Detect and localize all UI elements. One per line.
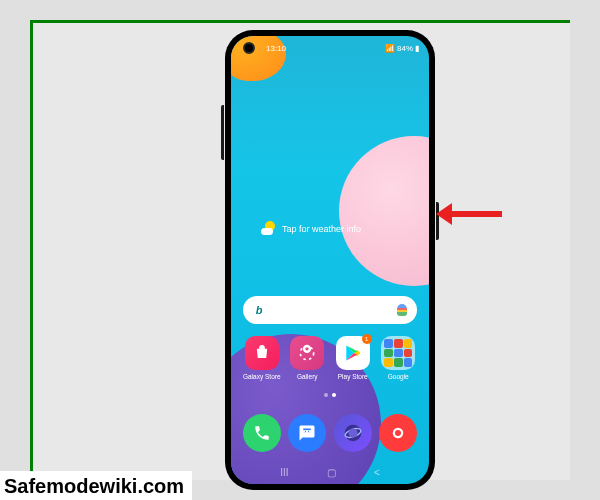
- dock-phone[interactable]: [243, 414, 281, 452]
- card-border-top: [30, 20, 570, 23]
- svg-point-8: [395, 430, 401, 436]
- gallery-icon: [290, 336, 324, 370]
- wallpaper-blob-pink: [339, 136, 429, 286]
- status-bar: 13:10 📶 84% ▮: [231, 40, 429, 56]
- svg-point-1: [303, 430, 305, 432]
- nav-back[interactable]: <: [374, 467, 380, 478]
- svg-point-6: [348, 428, 357, 437]
- play-store-icon: 1: [336, 336, 370, 370]
- galaxy-store-icon: [245, 336, 279, 370]
- dock: [239, 414, 421, 452]
- weather-icon: [261, 221, 277, 237]
- bing-icon: b: [253, 304, 265, 316]
- page-indicator: [324, 393, 336, 397]
- mic-icon[interactable]: [397, 304, 407, 316]
- status-battery: 📶 84% ▮: [385, 44, 419, 53]
- google-folder-icon: [381, 336, 415, 370]
- signal-icon: 📶: [385, 44, 395, 53]
- svg-point-2: [306, 430, 308, 432]
- watermark: Safemodewiki.com: [0, 471, 192, 500]
- app-galaxy-store[interactable]: Galaxy Store: [240, 336, 284, 380]
- annotation-arrow: [450, 211, 502, 217]
- nav-bar: III ▢ <: [231, 467, 429, 478]
- dock-messages[interactable]: [288, 414, 326, 452]
- dock-camera[interactable]: [379, 414, 417, 452]
- dock-internet[interactable]: [334, 414, 372, 452]
- image-card: 13:10 📶 84% ▮ Tap for weather info b: [30, 20, 570, 480]
- battery-icon: ▮: [415, 44, 419, 53]
- weather-widget[interactable]: Tap for weather info: [261, 221, 361, 237]
- weather-text: Tap for weather info: [282, 224, 361, 234]
- phone-screen: 13:10 📶 84% ▮ Tap for weather info b: [231, 36, 429, 484]
- search-bar[interactable]: b: [243, 296, 417, 324]
- svg-point-3: [309, 430, 311, 432]
- nav-home[interactable]: ▢: [327, 467, 336, 478]
- nav-recents[interactable]: III: [280, 467, 288, 478]
- volume-button[interactable]: [221, 105, 224, 160]
- phone-frame: 13:10 📶 84% ▮ Tap for weather info b: [225, 30, 435, 490]
- app-google-folder[interactable]: Google: [376, 336, 420, 380]
- app-row: Galaxy Store Gallery 1 Play Store: [239, 336, 421, 380]
- app-play-store[interactable]: 1 Play Store: [331, 336, 375, 380]
- card-border-left: [30, 20, 33, 480]
- app-gallery[interactable]: Gallery: [285, 336, 329, 380]
- notification-badge: 1: [362, 334, 372, 344]
- status-time: 13:10: [266, 44, 286, 53]
